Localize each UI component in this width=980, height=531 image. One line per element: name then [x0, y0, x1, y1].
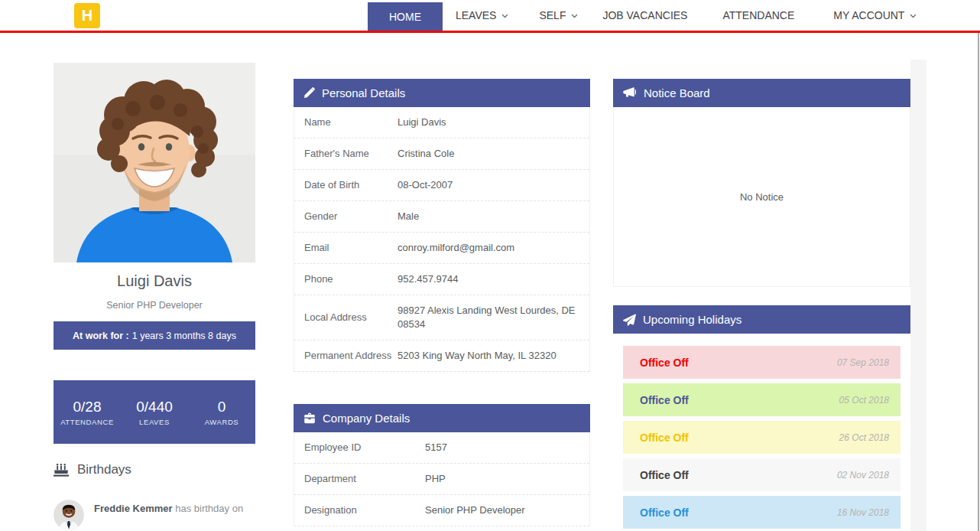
detail-label: Permanent Address: [294, 349, 398, 363]
panel-title: Notice Board: [644, 86, 710, 99]
detail-value: 952.457.9744: [398, 272, 589, 286]
detail-label: Father's Name: [294, 147, 398, 161]
nav-item-my-account[interactable]: MY ACCOUNT: [833, 0, 917, 31]
bullhorn-icon: [623, 87, 637, 99]
stat-value: 0/28: [54, 399, 121, 415]
stat-leaves: 0/440 LEAVES: [121, 399, 188, 426]
at-work-label: At work for :: [73, 331, 129, 341]
navbar-accent-line: [0, 31, 980, 33]
nav-item-home[interactable]: HOME: [368, 2, 443, 31]
holiday-item: Office Off 02 Nov 2018: [623, 458, 900, 491]
detail-label: Designation: [294, 503, 425, 517]
detail-label: Gender: [294, 210, 398, 223]
main-nav: HOME LEAVES SELF JOB VACANCIES ATTENDANC…: [368, 0, 917, 31]
at-work-value: 1 years 3 months 8 days: [132, 331, 236, 341]
holiday-label: Office Off: [640, 507, 689, 519]
upcoming-holidays-header: Upcoming Holidays: [613, 305, 910, 334]
detail-row: Department PHP: [294, 464, 589, 495]
holiday-label: Office Off: [640, 469, 689, 481]
window-edge: [978, 33, 979, 531]
stat-label: LEAVES: [121, 418, 188, 426]
stat-value: 0/440: [121, 399, 188, 415]
holiday-item: Office Off 05 Oct 2018: [623, 383, 900, 416]
birthday-message: has birthday on: [175, 503, 243, 514]
scrollbar[interactable]: [910, 60, 926, 531]
panel-title: Personal Details: [322, 86, 405, 99]
paper-plane-icon: [623, 314, 636, 326]
detail-label: Name: [294, 116, 398, 129]
birthday-avatar: [54, 500, 84, 530]
detail-label: Employee ID: [294, 441, 425, 454]
stat-attendance: 0/28 ATTENDANCE: [54, 399, 121, 426]
detail-label: Local Address: [294, 311, 398, 324]
detail-row: Name Luigi Davis: [294, 107, 589, 138]
birthday-text: Freddie Kemmer has birthday on: [94, 500, 243, 530]
holiday-item: Office Off 07 Sep 2018: [623, 346, 900, 379]
nav-label: HOME: [389, 11, 421, 23]
stat-value: 0: [188, 399, 255, 415]
detail-value: conroy.milford@gmail.com: [398, 241, 589, 255]
stats-summary: 0/28 ATTENDANCE 0/440 LEAVES 0 AWARDS: [54, 380, 255, 444]
holiday-date: 26 Oct 2018: [839, 432, 889, 443]
birthday-list-item: Freddie Kemmer has birthday on: [54, 500, 255, 530]
detail-value: 5203 King Way North May, IL 32320: [398, 349, 589, 363]
holiday-date: 05 Oct 2018: [839, 395, 889, 406]
nav-label: SELF: [539, 9, 566, 21]
detail-row: Email conroy.milford@gmail.com: [294, 233, 589, 264]
chevron-down-icon: [501, 14, 508, 18]
detail-value: 5157: [425, 441, 589, 454]
company-details-header: Company Details: [294, 404, 590, 432]
nav-label: ATTENDANCE: [722, 9, 794, 21]
employee-name: Luigi Davis: [54, 272, 255, 290]
personal-details-header: Personal Details: [294, 79, 590, 107]
stat-label: ATTENDANCE: [54, 418, 121, 426]
holiday-item: Office Off 26 Oct 2018: [623, 421, 900, 454]
detail-value: Male: [398, 210, 589, 223]
holiday-label: Office Off: [640, 394, 689, 406]
detail-label: Department: [294, 472, 425, 486]
nav-label: MY ACCOUNT: [833, 9, 904, 21]
detail-row: Phone 952.457.9744: [294, 264, 589, 295]
birthdays-heading: Birthdays: [54, 462, 131, 477]
detail-row: Employee ID 5157: [294, 432, 589, 464]
panel-title: Upcoming Holidays: [643, 313, 741, 326]
employee-photo: [54, 63, 255, 262]
pencil-icon: [303, 87, 315, 99]
detail-row: Gender Male: [294, 201, 589, 233]
detail-value: PHP: [425, 472, 589, 486]
top-navbar: H HOME LEAVES SELF JOB VACANCIES ATTENDA…: [0, 0, 980, 31]
detail-label: Phone: [294, 272, 398, 286]
notice-empty-text: No Notice: [740, 191, 784, 203]
nav-item-job-vacancies[interactable]: JOB VACANCIES: [602, 0, 687, 31]
nav-item-self[interactable]: SELF: [539, 0, 578, 31]
holiday-item: Office Off 16 Nov 2018: [623, 496, 900, 529]
detail-value: 98927 Alexis Landing West Lourdes, DE 08…: [398, 304, 589, 331]
company-details-table: Employee ID 5157 Department PHP Designat…: [294, 432, 590, 526]
detail-value: Cristina Cole: [398, 147, 589, 161]
birthdays-title: Birthdays: [77, 462, 131, 477]
holiday-label: Office Off: [640, 357, 689, 369]
chevron-down-icon: [910, 14, 917, 18]
detail-row: Father's Name Cristina Cole: [294, 138, 589, 170]
detail-label: Date of Birth: [294, 178, 398, 192]
nav-item-attendance[interactable]: ATTENDANCE: [722, 0, 794, 31]
detail-label: Email: [294, 241, 398, 255]
employee-designation: Senior PHP Developer: [54, 300, 255, 311]
detail-value: Senior PHP Developer: [425, 503, 589, 517]
stat-awards: 0 AWARDS: [188, 399, 255, 426]
birthday-person-name: Freddie Kemmer: [94, 503, 173, 514]
notice-board-body: No Notice: [613, 107, 910, 287]
brand-logo[interactable]: H: [74, 3, 100, 28]
holiday-label: Office Off: [640, 432, 689, 444]
nav-item-leaves[interactable]: LEAVES: [456, 0, 508, 31]
detail-row: Date of Birth 08-Oct-2007: [294, 170, 589, 201]
detail-value: Luigi Davis: [398, 116, 589, 129]
notice-board-header: Notice Board: [613, 79, 910, 107]
birthday-cake-icon: [54, 463, 69, 477]
nav-label: LEAVES: [456, 9, 496, 21]
nav-label: JOB VACANCIES: [602, 9, 687, 21]
detail-row: Permanent Address 5203 King Way North Ma…: [294, 340, 589, 372]
stat-label: AWARDS: [188, 418, 255, 426]
detail-row: Designation Senior PHP Developer: [294, 495, 589, 526]
chevron-down-icon: [571, 14, 578, 18]
